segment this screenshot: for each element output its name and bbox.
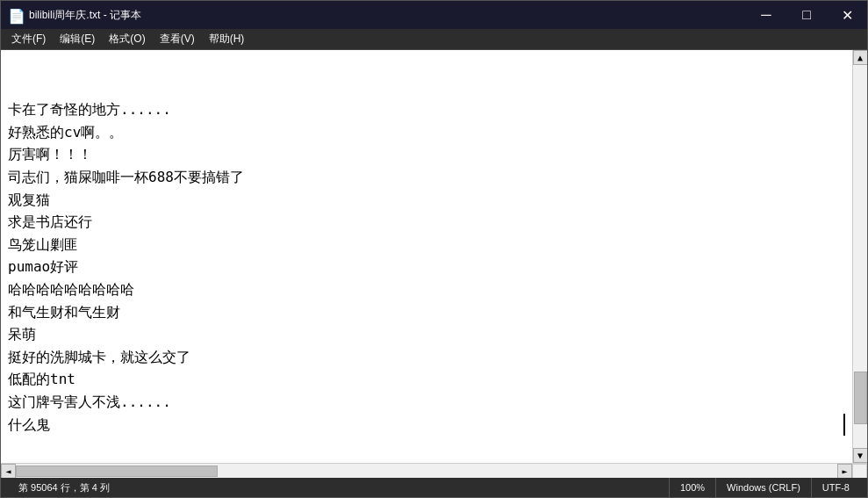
main-area: 卡在了奇怪的地方......好熟悉的cv啊。。厉害啊！！！司志们，猫屎咖啡一杯6… (1, 50, 867, 463)
text-line: 挺好的洗脚城卡，就这么交了 (8, 346, 845, 369)
app-icon: 📄 (8, 8, 22, 22)
text-line: 这门牌号害人不浅...... (8, 391, 845, 414)
title-bar: 📄 bilibili周年庆.txt - 记事本 ─ □ ✕ (1, 1, 867, 29)
scroll-up-arrow[interactable]: ▲ (853, 50, 868, 65)
zoom-level: 100% (669, 478, 715, 497)
scrollbar-corner (852, 464, 867, 479)
text-line: 卡在了奇怪的地方...... (8, 98, 845, 121)
text-line: pumao好评 (8, 256, 845, 278)
menu-help[interactable]: 帮助(H) (202, 30, 252, 48)
menu-bar: 文件(F) 编辑(E) 格式(O) 查看(V) 帮助(H) (1, 29, 867, 50)
encoding: UTF-8 (811, 478, 860, 497)
text-line: 鸟笼山剿匪 (8, 234, 845, 256)
menu-file[interactable]: 文件(F) (4, 30, 53, 48)
text-line: 哈哈哈哈哈哈哈哈哈 (8, 278, 845, 301)
text-line: 低配的tnt (8, 368, 845, 391)
text-line: 观复猫 (8, 189, 845, 212)
close-button[interactable]: ✕ (827, 1, 867, 29)
scroll-thumb-v[interactable] (854, 372, 867, 424)
notepad-window: 📄 bilibili周年庆.txt - 记事本 ─ □ ✕ 文件(F) 编辑(E… (0, 0, 868, 498)
scroll-down-arrow[interactable]: ▼ (853, 448, 868, 463)
line-ending: Windows (CRLF) (715, 478, 811, 497)
menu-format[interactable]: 格式(O) (102, 30, 152, 48)
window-title: bilibili周年庆.txt - 记事本 (29, 8, 141, 23)
scroll-left-arrow[interactable]: ◄ (1, 464, 16, 479)
scroll-track-h[interactable] (16, 465, 837, 478)
text-line: 求是书店还行 (8, 211, 845, 234)
text-line: 司志们，猫屎咖啡一杯688不要搞错了 (8, 166, 845, 189)
window-controls: ─ □ ✕ (746, 1, 867, 29)
maximize-button[interactable]: □ (786, 1, 827, 29)
text-line: 什么鬼 (8, 414, 845, 437)
menu-view[interactable]: 查看(V) (153, 30, 202, 48)
minimize-button[interactable]: ─ (746, 1, 786, 29)
vertical-scrollbar[interactable]: ▲ ▼ (852, 50, 867, 463)
content-area: 卡在了奇怪的地方......好熟悉的cv啊。。厉害啊！！！司志们，猫屎咖啡一杯6… (1, 50, 867, 478)
text-line: 好熟悉的cv啊。。 (8, 121, 845, 144)
cursor-position: 第 95064 行，第 4 列 (8, 478, 120, 497)
text-line: 和气生财和气生财 (8, 301, 845, 324)
status-bar: 第 95064 行，第 4 列 100% Windows (CRLF) UTF-… (1, 478, 867, 497)
horizontal-scrollbar: ◄ ► (1, 463, 867, 478)
menu-edit[interactable]: 编辑(E) (53, 30, 102, 48)
title-bar-left: 📄 bilibili周年庆.txt - 记事本 (8, 8, 141, 23)
scroll-thumb-h[interactable] (16, 466, 218, 477)
text-line: 厉害啊！！！ (8, 143, 845, 166)
text-editor[interactable]: 卡在了奇怪的地方......好熟悉的cv啊。。厉害啊！！！司志们，猫屎咖啡一杯6… (1, 50, 852, 463)
text-line: 呆萌 (8, 323, 845, 346)
text-wrapper: 卡在了奇怪的地方......好熟悉的cv啊。。厉害啊！！！司志们，猫屎咖啡一杯6… (1, 50, 867, 478)
scroll-track-v[interactable] (853, 65, 867, 448)
scroll-right-arrow[interactable]: ► (837, 464, 852, 479)
